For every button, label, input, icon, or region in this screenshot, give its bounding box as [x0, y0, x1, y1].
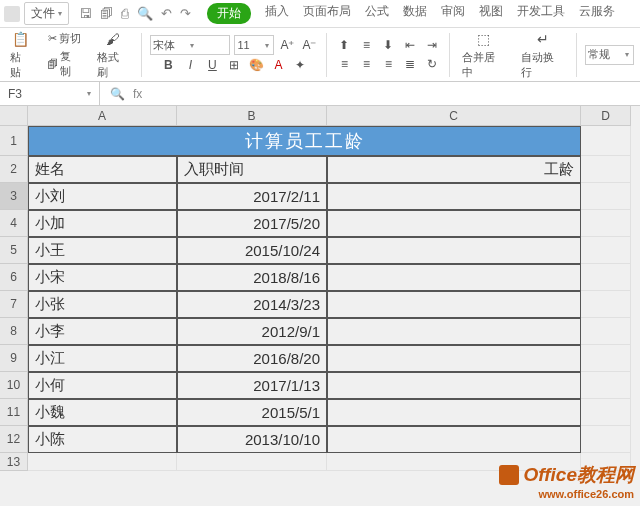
align-middle-icon[interactable]: ≡: [357, 36, 375, 54]
orientation-icon[interactable]: ↻: [423, 55, 441, 73]
italic-button[interactable]: I: [181, 56, 199, 74]
indent-inc-icon[interactable]: ⇥: [423, 36, 441, 54]
row-header[interactable]: 10: [0, 372, 28, 399]
cell-date[interactable]: 2015/5/1: [177, 399, 327, 426]
cell-date[interactable]: 2017/5/20: [177, 210, 327, 237]
cell-years[interactable]: [327, 264, 581, 291]
cell-years[interactable]: [327, 426, 581, 453]
cell-date[interactable]: 2013/10/10: [177, 426, 327, 453]
save-as-icon[interactable]: 🗐: [100, 6, 113, 21]
bold-button[interactable]: B: [159, 56, 177, 74]
tab-cloud[interactable]: 云服务: [579, 3, 615, 24]
merge-button[interactable]: ⬚ 合并居中: [458, 27, 509, 82]
tab-review[interactable]: 审阅: [441, 3, 465, 24]
cell[interactable]: [581, 399, 631, 426]
cell[interactable]: [581, 318, 631, 345]
cell-years[interactable]: [327, 318, 581, 345]
cell-name[interactable]: 小刘: [28, 183, 177, 210]
save-icon[interactable]: 🖫: [79, 6, 92, 21]
cell-name[interactable]: 小魏: [28, 399, 177, 426]
cell-date[interactable]: 2018/8/16: [177, 264, 327, 291]
indent-dec-icon[interactable]: ⇤: [401, 36, 419, 54]
title-cell[interactable]: 计算员工工龄: [28, 126, 581, 156]
row-header[interactable]: 1: [0, 126, 28, 156]
tab-start[interactable]: 开始: [207, 3, 251, 24]
row-header[interactable]: 4: [0, 210, 28, 237]
cell-years[interactable]: [327, 210, 581, 237]
cell-years[interactable]: [327, 399, 581, 426]
tab-layout[interactable]: 页面布局: [303, 3, 351, 24]
cut-button[interactable]: ✂ 剪切: [44, 30, 85, 47]
row-header[interactable]: 5: [0, 237, 28, 264]
tab-formula[interactable]: 公式: [365, 3, 389, 24]
increase-font-icon[interactable]: A⁺: [278, 36, 296, 54]
copy-button[interactable]: 🗐 复制: [43, 48, 85, 80]
cell[interactable]: [581, 126, 631, 156]
font-color-button[interactable]: A: [269, 56, 287, 74]
cell[interactable]: [581, 210, 631, 237]
align-center-icon[interactable]: ≡: [357, 55, 375, 73]
cell[interactable]: [581, 156, 631, 183]
cell-date[interactable]: 2014/3/23: [177, 291, 327, 318]
cell-name[interactable]: 小张: [28, 291, 177, 318]
name-box[interactable]: F3 ▾: [0, 82, 100, 105]
print-icon[interactable]: ⎙: [121, 6, 129, 21]
undo-icon[interactable]: ↶: [161, 6, 172, 21]
justify-icon[interactable]: ≣: [401, 55, 419, 73]
col-header-C[interactable]: C: [327, 106, 581, 126]
row-header[interactable]: 3: [0, 183, 28, 210]
cell-date[interactable]: 2016/8/20: [177, 345, 327, 372]
formula-input[interactable]: [152, 82, 640, 105]
align-bottom-icon[interactable]: ⬇: [379, 36, 397, 54]
fx-icon[interactable]: fx: [133, 87, 142, 101]
cell-years[interactable]: [327, 291, 581, 318]
row-header[interactable]: 6: [0, 264, 28, 291]
col-header-A[interactable]: A: [28, 106, 177, 126]
fill-color-button[interactable]: 🎨: [247, 56, 265, 74]
preview-icon[interactable]: 🔍: [137, 6, 153, 21]
align-right-icon[interactable]: ≡: [379, 55, 397, 73]
cell-name[interactable]: 小李: [28, 318, 177, 345]
cell-name[interactable]: 小王: [28, 237, 177, 264]
row-header[interactable]: 13: [0, 453, 28, 471]
cell-name[interactable]: 小陈: [28, 426, 177, 453]
redo-icon[interactable]: ↷: [180, 6, 191, 21]
cell-name[interactable]: 小加: [28, 210, 177, 237]
row-header[interactable]: 9: [0, 345, 28, 372]
row-header[interactable]: 7: [0, 291, 28, 318]
cell[interactable]: [581, 426, 631, 453]
font-size-select[interactable]: 11▾: [234, 35, 274, 55]
col-header-D[interactable]: D: [581, 106, 631, 126]
align-top-icon[interactable]: ⬆: [335, 36, 353, 54]
row-header[interactable]: 12: [0, 426, 28, 453]
cell-date[interactable]: 2012/9/1: [177, 318, 327, 345]
tab-view[interactable]: 视图: [479, 3, 503, 24]
effects-button[interactable]: ✦: [291, 56, 309, 74]
align-left-icon[interactable]: ≡: [335, 55, 353, 73]
cell-name[interactable]: 小宋: [28, 264, 177, 291]
tab-dev[interactable]: 开发工具: [517, 3, 565, 24]
cell-date[interactable]: 2017/2/11: [177, 183, 327, 210]
cell[interactable]: [581, 237, 631, 264]
zoom-icon[interactable]: 🔍: [110, 87, 125, 101]
decrease-font-icon[interactable]: A⁻: [300, 36, 318, 54]
cell-years[interactable]: [327, 372, 581, 399]
paste-button[interactable]: 📋 粘贴: [6, 27, 35, 82]
header-name[interactable]: 姓名: [28, 156, 177, 183]
select-all-corner[interactable]: [0, 106, 28, 126]
cell-name[interactable]: 小江: [28, 345, 177, 372]
cell-years[interactable]: [327, 183, 581, 210]
row-header[interactable]: 2: [0, 156, 28, 183]
format-painter-button[interactable]: 🖌 格式刷: [93, 27, 133, 82]
wrap-button[interactable]: ↵ 自动换行: [517, 27, 568, 82]
header-years[interactable]: 工龄: [327, 156, 581, 183]
cell[interactable]: [28, 453, 177, 471]
cell[interactable]: [581, 372, 631, 399]
tab-insert[interactable]: 插入: [265, 3, 289, 24]
row-header[interactable]: 11: [0, 399, 28, 426]
border-button[interactable]: ⊞: [225, 56, 243, 74]
cell-date[interactable]: 2015/10/24: [177, 237, 327, 264]
tab-data[interactable]: 数据: [403, 3, 427, 24]
cell[interactable]: [581, 183, 631, 210]
col-header-B[interactable]: B: [177, 106, 327, 126]
